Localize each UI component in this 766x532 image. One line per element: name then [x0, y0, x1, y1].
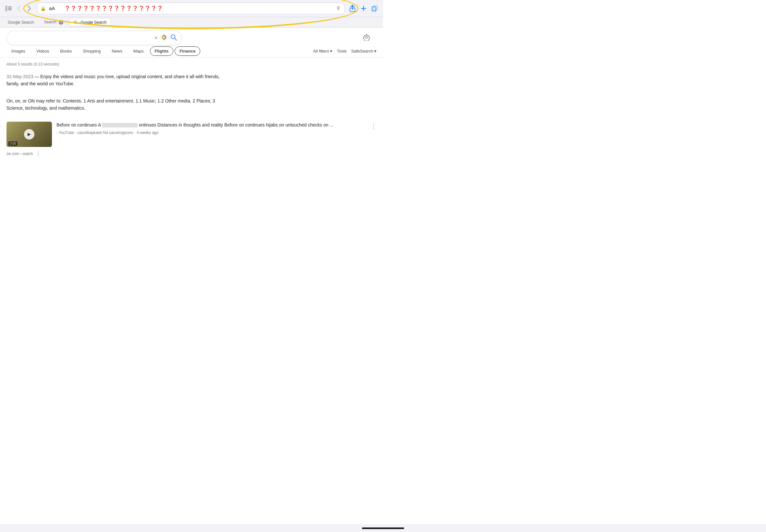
tab-google-search-1[interactable]: Google Search	[4, 19, 38, 26]
google-page: ×	[0, 28, 383, 165]
result-em-dash-1: —	[34, 74, 40, 79]
result-item-2: On, on, or ON may refer to: Contents. 1 …	[6, 97, 376, 112]
video-title-blur	[102, 123, 138, 127]
svg-rect-0	[5, 6, 7, 11]
search-input[interactable]	[11, 35, 152, 41]
tab-books[interactable]: Books	[55, 46, 77, 56]
domain-more-button[interactable]: ⋮	[35, 150, 41, 157]
tab-label: - Google Search	[78, 20, 106, 25]
svg-point-11	[171, 35, 175, 39]
address-text: aA ❓❓❓❓❓❓❓❓❓❓❓❓❓❓❓❓	[49, 6, 331, 11]
safe-search-label: SafeSearch	[351, 49, 373, 54]
video-result: ▶ 0:05 Before on continues A ontinues Di…	[6, 122, 376, 147]
video-title-before: Before on continues A	[56, 122, 101, 127]
address-bar-container: 🔒 aA ❓❓❓❓❓❓❓❓❓❓❓❓❓❓❓❓ 🎙	[37, 3, 345, 14]
result-snippet-1: 31-May-2023 — Enjoy the videos and music…	[6, 73, 234, 88]
video-source: - YouTube	[56, 130, 74, 135]
tab-finance[interactable]: Finance	[175, 46, 200, 56]
chevron-down-icon-2: ▾	[374, 49, 376, 54]
back-button[interactable]	[14, 4, 23, 13]
tab-images[interactable]: Images	[6, 46, 30, 56]
nav-icons	[4, 4, 34, 13]
svg-rect-7	[372, 7, 376, 11]
filter-tabs: Images Videos Books Shopping News Maps F…	[0, 45, 383, 57]
tab-news[interactable]: News	[107, 46, 127, 56]
browser-chrome: 🔒 aA ❓❓❓❓❓❓❓❓❓❓❓❓❓❓❓❓ 🎙	[0, 0, 383, 17]
video-title-after: ontinues Distances in thoughts and reali…	[139, 122, 333, 127]
all-filters-button[interactable]: All filters ▾	[313, 49, 332, 54]
tab-google-search-active[interactable]: G - Google Search	[70, 18, 110, 26]
tab-bar: Google Search Search × G - Google Search	[0, 17, 383, 28]
svg-rect-8	[373, 6, 377, 10]
tab-label: Google Search	[8, 20, 34, 25]
share-button[interactable]	[348, 4, 357, 13]
tab-flights[interactable]: Flights	[150, 46, 174, 56]
search-clear-button[interactable]: ×	[154, 35, 157, 41]
search-box[interactable]: ×	[6, 31, 182, 45]
video-more-button[interactable]: ⋮	[371, 122, 376, 129]
address-aa: aA	[49, 6, 55, 11]
lock-icon: 🔒	[41, 6, 46, 11]
tab-label: Search	[44, 20, 56, 24]
safe-search-button[interactable]: SafeSearch ▾	[351, 49, 376, 54]
google-lens-icon[interactable]	[160, 33, 168, 43]
filter-tabs-right: All filters ▾ Tools SafeSearch ▾	[313, 49, 376, 54]
new-tab-button[interactable]	[359, 4, 368, 13]
search-submit-button[interactable]	[170, 34, 177, 42]
address-encoded: ❓❓❓❓❓❓❓❓❓❓❓❓❓❓❓❓	[64, 6, 163, 11]
tools-label: Tools	[337, 49, 346, 54]
video-thumbnail[interactable]: ▶ 0:05	[6, 122, 52, 147]
video-channel: casctikapkaiet hid uacotrogiconc	[77, 130, 133, 135]
settings-icon[interactable]	[363, 34, 376, 42]
tools-button[interactable]: Tools	[337, 49, 346, 54]
tab-maps[interactable]: Maps	[128, 46, 149, 56]
domain-row: oe.com › watch ⋮	[6, 150, 376, 157]
tab-search[interactable]: Search ×	[40, 18, 67, 26]
mic-icon[interactable]: 🎙	[336, 6, 341, 11]
svg-rect-1	[8, 6, 12, 7]
video-time-ago: 4 weeks ago	[137, 130, 158, 135]
address-bar[interactable]: 🔒 aA ❓❓❓❓❓❓❓❓❓❓❓❓❓❓❓❓ 🎙	[37, 3, 345, 14]
tab-shopping[interactable]: Shopping	[78, 46, 105, 56]
result-item-1: 31-May-2023 — Enjoy the videos and music…	[6, 73, 376, 88]
svg-point-10	[163, 36, 165, 38]
forward-button[interactable]	[25, 4, 34, 13]
result-date-1: 31-May-2023	[6, 74, 33, 79]
video-title: Before on continues A ontinues Distances…	[56, 122, 366, 128]
svg-rect-3	[8, 9, 12, 10]
video-duration: 0:05	[8, 141, 17, 146]
results-count: About 5 results (0.13 seconds)	[6, 62, 376, 67]
video-info: Before on continues A ontinues Distances…	[56, 122, 366, 135]
google-logo-small: G	[74, 20, 77, 25]
result-snippet-2: On, on, or ON may refer to: Contents. 1 …	[6, 97, 234, 112]
tab-close-button[interactable]: ×	[59, 20, 63, 25]
video-meta: - YouTube · casctikapkaiet hid uacotrogi…	[56, 130, 366, 135]
results-area: About 5 results (0.13 seconds) 31-May-20…	[0, 57, 383, 165]
sidebar-toggle-button[interactable]	[4, 4, 13, 13]
chevron-down-icon: ▾	[330, 49, 332, 54]
tabs-overview-button[interactable]	[370, 4, 379, 13]
svg-line-12	[175, 38, 176, 40]
domain-text: oe.com › watch	[6, 151, 33, 156]
tab-videos[interactable]: Videos	[31, 46, 54, 56]
all-filters-label: All filters	[313, 49, 329, 54]
video-play-button[interactable]: ▶	[24, 129, 34, 139]
browser-actions	[348, 4, 379, 13]
svg-rect-2	[8, 8, 12, 9]
